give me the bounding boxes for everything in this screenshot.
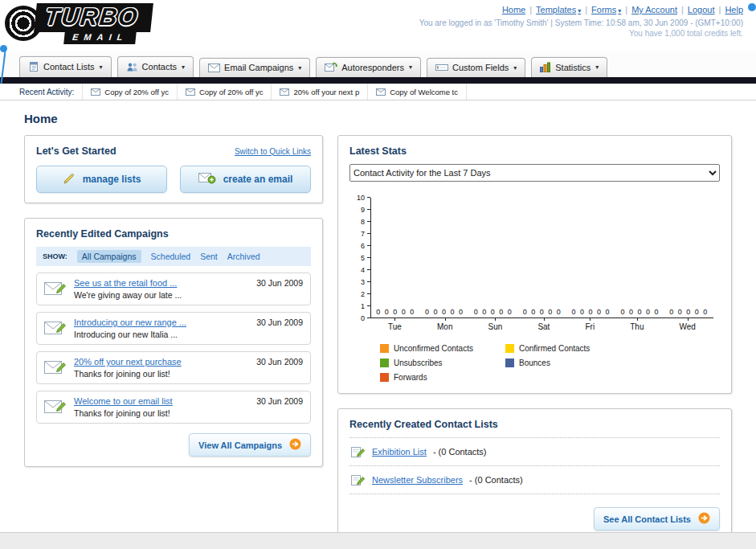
x-axis-label: Wed	[680, 321, 696, 331]
stats-period-select[interactable]: Contact Activity for the Last 7 Days	[349, 164, 720, 182]
campaign-subtitle: Thanks for joining our list!	[74, 408, 173, 418]
x-axis-label: Mon	[437, 321, 452, 331]
page-title: Home	[24, 112, 732, 125]
filter-all-campaigns[interactable]: All Campaigns	[77, 250, 141, 263]
tab-autoresponders[interactable]: Autoresponders▾	[316, 57, 421, 77]
chevron-down-icon: ▾	[618, 7, 621, 14]
contact-list-items: Exhibition List- (0 Contacts)Newsletter …	[349, 437, 720, 494]
tab-email-campaigns[interactable]: Email Campaigns▾	[199, 58, 310, 77]
legend-label: Unsubscribes	[394, 358, 443, 367]
recent-activity-label: Recent Activity:	[19, 88, 74, 96]
view-all-campaigns-label: View All Campaigns	[198, 440, 282, 450]
y-axis-label: 2	[361, 290, 365, 298]
y-axis-label: 10	[357, 194, 365, 202]
y-axis-label: 3	[361, 278, 365, 286]
campaign-date: 30 Jun 2009	[256, 357, 303, 367]
legend-item: Unconfirmed Contacts	[380, 344, 505, 353]
campaign-edit-icon	[44, 358, 67, 378]
top-nav-help[interactable]: Help	[725, 5, 743, 14]
legend-label: Unconfirmed Contacts	[394, 344, 473, 353]
bar-value-group: 0 0 0 0 0	[669, 308, 709, 316]
tab-label: Email Campaigns	[224, 63, 293, 72]
campaign-subtitle: Thanks for joining our list!	[74, 369, 182, 379]
manage-lists-button[interactable]: manage lists	[36, 166, 167, 193]
bar-value-group: 0 0 0 0 0	[376, 308, 415, 316]
tab-contacts[interactable]: Contacts▾	[117, 56, 194, 77]
main-content: Home Let's Get Started Switch to Quick L…	[0, 100, 756, 541]
tab-label: Custom Fields	[452, 63, 509, 72]
app-logo[interactable]: TURBO EMAIL	[5, 3, 152, 44]
mail-icon	[208, 64, 220, 72]
bar-value-group: 0 0 0 0 0	[620, 308, 660, 316]
recent-activity-item[interactable]: Copy of Welcome tc	[367, 84, 467, 100]
filter-sent[interactable]: Sent	[200, 252, 218, 261]
campaign-title-link[interactable]: See us at the retail food ...	[74, 278, 182, 288]
legend-item: Confirmed Contacts	[505, 344, 631, 353]
legend-swatch	[505, 344, 514, 353]
filter-scheduled[interactable]: Scheduled	[151, 252, 191, 261]
top-nav-logout[interactable]: Logout	[688, 5, 715, 14]
chart-legend: Unconfirmed ContactsConfirmed ContactsUn…	[380, 344, 720, 382]
chart-y-axis: 012345678910	[349, 198, 370, 318]
top-nav-templates[interactable]: Templates▾	[536, 5, 581, 14]
campaign-edit-icon	[44, 319, 67, 338]
tab-custom-fields[interactable]: Custom Fields▾	[427, 58, 525, 77]
mail-small-icon	[186, 88, 195, 96]
people-icon	[126, 61, 138, 72]
zero-value-labels: 0 0 0 0 00 0 0 0 00 0 0 0 00 0 0 0 00 0 …	[371, 308, 713, 316]
top-nav-my-account[interactable]: My Account	[631, 5, 677, 14]
campaign-title-link[interactable]: Welcome to our email list	[74, 396, 173, 406]
legend-swatch	[380, 373, 389, 382]
logo-title: TURBO	[34, 3, 153, 32]
campaign-row: Introducing our new range ...Introducing…	[36, 312, 311, 345]
y-axis-label: 5	[361, 254, 365, 262]
campaign-date: 30 Jun 2009	[256, 318, 303, 327]
autoresponder-icon	[325, 62, 337, 72]
y-axis-label: 7	[361, 230, 365, 238]
recent-activity-item[interactable]: 20% off your next p	[271, 84, 367, 100]
show-label: SHOW:	[43, 252, 67, 260]
y-axis-label: 6	[361, 242, 365, 250]
campaign-title-link[interactable]: 20% off your next purchase	[74, 357, 182, 367]
legend-swatch	[380, 344, 389, 353]
header: TURBO EMAIL Home|Templates▾|Forms▾|My Ac…	[0, 0, 756, 51]
nav-divider-bar	[0, 77, 756, 84]
recent-activity-item-label: Copy of 20% off yc	[199, 88, 264, 96]
contact-list-link[interactable]: Newsletter Subscribers	[372, 475, 463, 485]
filter-archived[interactable]: Archived	[227, 252, 260, 261]
legend-label: Forwards	[394, 373, 427, 382]
x-axis-label: Tue	[388, 321, 402, 331]
contact-list-link[interactable]: Exhibition List	[372, 447, 427, 457]
legend-item: Bounces	[505, 358, 631, 367]
mail-small-icon	[376, 88, 386, 96]
top-nav-home[interactable]: Home	[502, 5, 525, 14]
chart-x-axis: TueMonSunSatFriThuWed	[370, 321, 713, 331]
switch-quick-links-link[interactable]: Switch to Quick Links	[235, 147, 311, 156]
campaign-list: See us at the retail food ...We're givin…	[36, 272, 311, 424]
arrow-circle-icon	[698, 512, 710, 526]
field-icon	[435, 63, 448, 72]
tab-label: Contacts	[142, 62, 177, 72]
y-axis-label: 4	[361, 266, 365, 274]
tab-contact-lists[interactable]: Contact Lists▾	[19, 56, 112, 77]
stats-title: Latest Stats	[349, 145, 720, 157]
nav-separator: |	[585, 5, 587, 14]
create-email-button[interactable]: create an email	[180, 166, 311, 193]
recent-activity-item[interactable]: Copy of 20% off yc	[177, 84, 272, 100]
see-all-contact-lists-button[interactable]: See All Contact Lists	[594, 507, 720, 531]
credits-info: You have 1,000 total credits left.	[419, 29, 743, 38]
mail-small-icon	[91, 88, 100, 96]
stats-icon	[540, 62, 551, 72]
tab-statistics[interactable]: Statistics▾	[531, 57, 607, 77]
chevron-down-icon: ▾	[595, 64, 599, 71]
bar-value-group: 0 0 0 0 0	[474, 308, 513, 316]
email-plus-icon	[198, 172, 216, 186]
campaign-subtitle: We're giving away our late ...	[74, 290, 182, 300]
recent-activity-item-label: Copy of Welcome tc	[390, 88, 458, 96]
stats-chart: 012345678910 0 0 0 0 00 0 0 0 00 0 0 0 0…	[349, 198, 720, 382]
top-nav-forms[interactable]: Forms▾	[591, 5, 621, 14]
view-all-campaigns-button[interactable]: View All Campaigns	[189, 433, 311, 457]
campaigns-title: Recently Edited Campaigns	[36, 228, 311, 240]
campaign-title-link[interactable]: Introducing our new range ...	[74, 318, 186, 327]
recent-activity-item[interactable]: Copy of 20% off yc	[82, 84, 177, 100]
